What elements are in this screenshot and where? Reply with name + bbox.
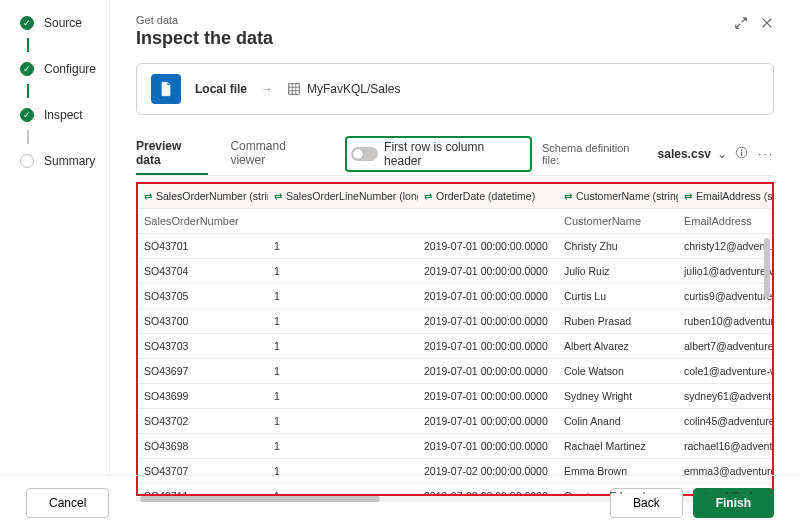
cell: emma3@adventure-works.c	[678, 459, 772, 484]
cell: Ruben Prasad	[558, 309, 678, 334]
wizard-stepper: SourceConfigureInspectSummary	[0, 0, 110, 475]
close-icon[interactable]	[760, 16, 774, 33]
cell: 1	[268, 459, 418, 484]
schema-definition-file[interactable]: sales.csv	[658, 147, 711, 161]
cell: 2019-07-01 00:00:00.0000	[418, 434, 558, 459]
cell: christy12@adventure-wor	[678, 234, 772, 259]
cell: 1	[268, 484, 418, 494]
table-row[interactable]: SO4370012019-07-01 00:00:00.0000Ruben Pr…	[138, 309, 772, 334]
cell: courtney1@adventure-wo	[678, 484, 772, 494]
cell: cole1@adventure-works.co	[678, 359, 772, 384]
source-card: Local file → MyFavKQL/Sales	[136, 63, 774, 115]
cell: 1	[268, 384, 418, 409]
table-row[interactable]: SO4370412019-07-01 00:00:00.0000Julio Ru…	[138, 259, 772, 284]
datatype-icon: ⇄	[684, 191, 692, 202]
cell: SO43705	[138, 284, 268, 309]
cell: Rachael Martinez	[558, 434, 678, 459]
cell: 2019-07-01 00:00:00.0000	[418, 309, 558, 334]
step-inspect[interactable]: Inspect	[20, 108, 109, 122]
cell: SO43700	[138, 309, 268, 334]
cell: 1	[268, 409, 418, 434]
check-circle-icon	[20, 108, 34, 122]
tab-command-viewer[interactable]: Command viewer	[230, 133, 322, 175]
check-circle-icon	[20, 16, 34, 30]
destination-path: MyFavKQL/Sales	[287, 82, 400, 96]
cell: 2019-07-02 00:00:00.0000	[418, 459, 558, 484]
datatype-icon: ⇄	[564, 191, 572, 202]
step-summary[interactable]: Summary	[20, 154, 109, 168]
table-row[interactable]: SO4369812019-07-01 00:00:00.0000Rachael …	[138, 434, 772, 459]
cell: 1	[268, 309, 418, 334]
column-header-emailaddress[interactable]: ⇄EmailAddress (string)	[678, 184, 772, 209]
cell: SO43699	[138, 384, 268, 409]
first-row-header-toggle-group[interactable]: First row is column header	[345, 136, 532, 172]
toggle-label: First row is column header	[384, 140, 522, 168]
page-title: Inspect the data	[136, 28, 734, 49]
table-row[interactable]: SO4370712019-07-02 00:00:00.0000Emma Bro…	[138, 459, 772, 484]
table-row[interactable]: SO4370212019-07-01 00:00:00.0000Colin An…	[138, 409, 772, 434]
column-filter[interactable]: SalesOrderNumber	[138, 209, 268, 234]
info-icon[interactable]	[735, 146, 748, 162]
cell: SO43697	[138, 359, 268, 384]
cell: SO43704	[138, 259, 268, 284]
step-source[interactable]: Source	[20, 16, 109, 30]
page-kicker: Get data	[136, 14, 734, 26]
arrow-right-icon: →	[261, 82, 273, 96]
column-header-salesorderlinenumber[interactable]: ⇄SalesOrderLineNumber (long)	[268, 184, 418, 209]
step-configure[interactable]: Configure	[20, 62, 109, 76]
vertical-scrollbar[interactable]	[764, 238, 770, 298]
cell: Sydney Wright	[558, 384, 678, 409]
tab-preview-data[interactable]: Preview data	[136, 133, 208, 175]
source-local-file-label: Local file	[195, 82, 247, 96]
column-header-orderdate[interactable]: ⇄OrderDate (datetime)	[418, 184, 558, 209]
cell: Colin Anand	[558, 409, 678, 434]
more-icon[interactable]: ···	[758, 147, 774, 161]
chevron-down-icon[interactable]: ⌄	[717, 147, 727, 161]
column-filter[interactable]	[418, 209, 558, 234]
column-filter[interactable]	[268, 209, 418, 234]
svg-point-2	[741, 149, 743, 151]
cell: julio1@adventure-works.c	[678, 259, 772, 284]
cell: Albert Alvarez	[558, 334, 678, 359]
step-label: Summary	[44, 154, 95, 168]
empty-circle-icon	[20, 154, 34, 168]
column-filter[interactable]: CustomerName	[558, 209, 678, 234]
cell: 1	[268, 259, 418, 284]
cell: 1	[268, 234, 418, 259]
cell: 2019-07-01 00:00:00.0000	[418, 259, 558, 284]
cell: 1	[268, 284, 418, 309]
table-row[interactable]: SO4370312019-07-01 00:00:00.0000Albert A…	[138, 334, 772, 359]
data-preview-grid: ⇄SalesOrderNumber (string)⇄SalesOrderLin…	[136, 182, 774, 496]
column-header-salesordernumber[interactable]: ⇄SalesOrderNumber (string)	[138, 184, 268, 209]
step-label: Configure	[44, 62, 96, 76]
cell: curtis9@adventure-works.	[678, 284, 772, 309]
expand-icon[interactable]	[734, 16, 748, 33]
column-header-customername[interactable]: ⇄CustomerName (string)	[558, 184, 678, 209]
cell: 2019-07-01 00:00:00.0000	[418, 384, 558, 409]
file-icon	[151, 74, 181, 104]
cell: 2019-07-02 00:00:00.0000	[418, 484, 558, 494]
cell: 1	[268, 359, 418, 384]
cell: Cole Watson	[558, 359, 678, 384]
cell: SO43702	[138, 409, 268, 434]
cell: SO43707	[138, 459, 268, 484]
column-filter[interactable]: EmailAddress	[678, 209, 772, 234]
datatype-icon: ⇄	[274, 191, 282, 202]
table-row[interactable]: SO4370512019-07-01 00:00:00.0000Curtis L…	[138, 284, 772, 309]
cell: albert7@adventure-works	[678, 334, 772, 359]
cell: rachael16@adventure-wo	[678, 434, 772, 459]
toggle-switch-icon[interactable]	[351, 147, 378, 161]
check-circle-icon	[20, 62, 34, 76]
datatype-icon: ⇄	[424, 191, 432, 202]
table-row[interactable]: SO4369712019-07-01 00:00:00.0000Cole Wat…	[138, 359, 772, 384]
table-row[interactable]: SO4369912019-07-01 00:00:00.0000Sydney W…	[138, 384, 772, 409]
cell: 2019-07-01 00:00:00.0000	[418, 284, 558, 309]
table-row[interactable]: SO4370112019-07-01 00:00:00.0000Christy …	[138, 234, 772, 259]
cell: SO43711	[138, 484, 268, 494]
cell: 2019-07-01 00:00:00.0000	[418, 359, 558, 384]
cancel-button[interactable]: Cancel	[26, 488, 109, 518]
table-row[interactable]: SO4371112019-07-02 00:00:00.0000Courtney…	[138, 484, 772, 494]
schema-definition-label: Schema definition file:	[542, 142, 648, 166]
tabs-bar: Preview data Command viewer First row is…	[136, 133, 774, 176]
cell: 2019-07-01 00:00:00.0000	[418, 234, 558, 259]
